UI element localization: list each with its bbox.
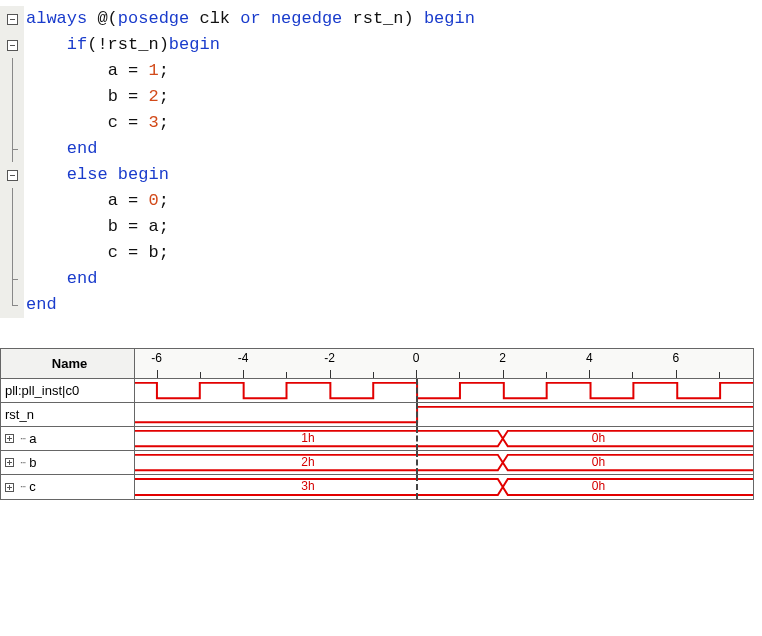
expand-icon[interactable] [5, 458, 14, 467]
time-ruler[interactable]: -6 -4 -2 0 2 4 6 [135, 349, 753, 378]
bus-value: 1h [301, 431, 314, 445]
signal-wave: 3h 0h [135, 475, 753, 499]
waveform-viewer: Name -6 -4 -2 0 2 4 6 pll:pll_inst|c0 [0, 348, 754, 500]
expand-icon[interactable] [5, 483, 14, 492]
signal-name: ··· a [1, 427, 135, 450]
bus-value: 2h [301, 455, 314, 469]
code-line: end [26, 266, 762, 292]
tick-label: 0 [413, 351, 420, 365]
code-line: always @(posedge clk or negedge rst_n) b… [26, 6, 762, 32]
waveform-ruler-row: Name -6 -4 -2 0 2 4 6 [1, 349, 753, 379]
signal-row-b[interactable]: ··· b 2h 0h [1, 451, 753, 475]
code-line: if(!rst_n)begin [26, 32, 762, 58]
code-line: else begin [26, 162, 762, 188]
code-body[interactable]: always @(posedge clk or negedge rst_n) b… [24, 6, 762, 318]
time-cursor[interactable] [416, 379, 418, 402]
tree-dots-icon: ··· [20, 475, 25, 499]
fold-toggle-if[interactable] [0, 32, 24, 58]
signal-name: ··· c [1, 475, 135, 499]
code-line: end [26, 136, 762, 162]
signal-wave: 2h 0h [135, 451, 753, 474]
tick-label: 4 [586, 351, 593, 365]
bus-value: 0h [592, 479, 605, 493]
signal-name: ··· b [1, 451, 135, 474]
signal-wave: 1h 0h [135, 427, 753, 450]
name-column-header: Name [1, 349, 135, 378]
fold-toggle-else[interactable] [0, 162, 24, 188]
signal-row-clk[interactable]: pll:pll_inst|c0 [1, 379, 753, 403]
signal-name: rst_n [1, 403, 135, 426]
expand-icon[interactable] [5, 434, 14, 443]
signal-wave [135, 403, 753, 426]
signal-row-a[interactable]: ··· a 1h 0h [1, 427, 753, 451]
tick-label: -6 [151, 351, 162, 365]
bus-value: 0h [592, 431, 605, 445]
bus-value: 0h [592, 455, 605, 469]
code-line: c = 3; [26, 110, 762, 136]
code-line: a = 0; [26, 188, 762, 214]
code-line: b = 2; [26, 84, 762, 110]
tick-label: 2 [499, 351, 506, 365]
code-line: c = b; [26, 240, 762, 266]
code-line: end [26, 292, 762, 318]
fold-toggle-always[interactable] [0, 6, 24, 32]
code-line: a = 1; [26, 58, 762, 84]
tree-dots-icon: ··· [20, 427, 25, 451]
signal-row-c[interactable]: ··· c 3h 0h [1, 475, 753, 499]
signal-row-rst[interactable]: rst_n [1, 403, 753, 427]
code-line: b = a; [26, 214, 762, 240]
tick-label: 6 [672, 351, 679, 365]
code-editor: always @(posedge clk or negedge rst_n) b… [0, 0, 762, 328]
signal-name: pll:pll_inst|c0 [1, 379, 135, 402]
tree-dots-icon: ··· [20, 451, 25, 475]
fold-gutter [0, 6, 24, 318]
tick-label: -4 [238, 351, 249, 365]
signal-wave [135, 379, 753, 402]
bus-value: 3h [301, 479, 314, 493]
tick-label: -2 [324, 351, 335, 365]
